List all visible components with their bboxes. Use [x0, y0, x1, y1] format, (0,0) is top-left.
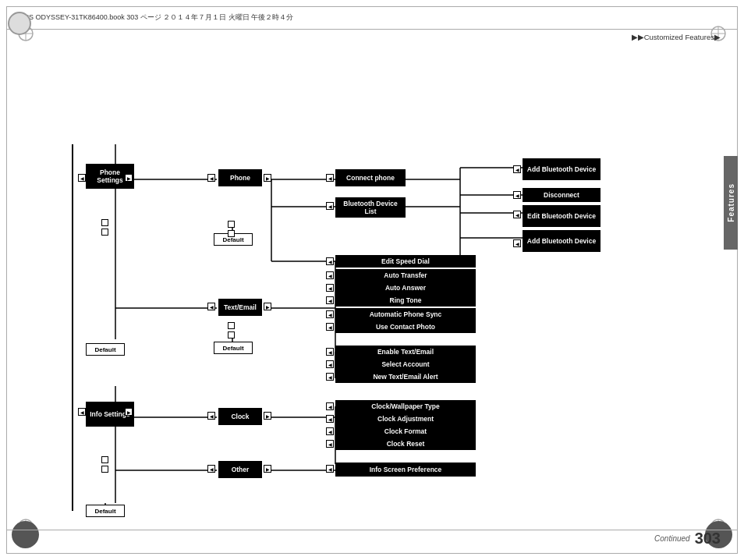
clock-adjustment-node: Clock Adjustment — [335, 413, 476, 425]
other-node: Other — [218, 461, 262, 478]
clock-wallpaper-type-node: Clock/Wallpaper Type — [335, 400, 476, 413]
conn-addbt2-l: ◀ — [513, 239, 521, 247]
conn-aps-l: ◀ — [326, 310, 334, 318]
conn-ete-l: ◀ — [326, 348, 334, 356]
diagram: Phone Settings Default Info Settings Def… — [23, 43, 721, 525]
enable-text-email-node: Enable Text/Email — [335, 346, 476, 358]
header-line: 15 US ODYSSEY-31TK86400.book 303 ページ ２０１… — [6, 6, 738, 30]
new-text-email-alert-node: New Text/Email Alert — [335, 370, 476, 383]
sq3 — [228, 221, 235, 228]
conn-clock-r: ▶ — [264, 412, 271, 420]
conn-clock-l: ◀ — [207, 412, 215, 420]
conn-connect-l: ◀ — [326, 174, 334, 182]
conn-phone-r: ▶ — [264, 174, 271, 182]
edit-speed-dial-node: Edit Speed Dial — [335, 255, 476, 268]
use-contact-photo-node: Use Contact Photo — [335, 321, 476, 333]
auto-answer-node: Auto Answer — [335, 282, 476, 294]
conn-editbt-l: ◀ — [513, 211, 521, 218]
page-number: 303 — [695, 530, 721, 548]
clock-format-node: Clock Format — [335, 425, 476, 438]
sq5 — [228, 322, 235, 329]
conn-isp-l: ◀ — [326, 465, 334, 473]
add-bluetooth-device-2-node: Add Bluetooth Device — [523, 230, 601, 252]
conn-btlist-l: ◀ — [326, 202, 334, 210]
conn-phone-settings-l: ◀ — [78, 174, 86, 182]
ring-tone-node: Ring Tone — [335, 294, 476, 307]
conn-other-l: ◀ — [207, 465, 215, 473]
conn-info-l: ◀ — [78, 408, 86, 416]
conn-addbt1-l: ◀ — [513, 165, 521, 173]
circle-tl-outer — [8, 12, 31, 35]
conn-ucp-l: ◀ — [326, 323, 334, 331]
conn-cr-l: ◀ — [326, 440, 334, 448]
clock-reset-node: Clock Reset — [335, 438, 476, 450]
conn-txtemail-l: ◀ — [207, 303, 215, 310]
features-tab: Features — [724, 156, 738, 250]
text-email-node: Text/Email — [218, 299, 262, 316]
sq6 — [228, 331, 235, 338]
edit-bluetooth-device-node: Edit Bluetooth Device — [523, 205, 601, 227]
conn-rt-l: ◀ — [326, 296, 334, 304]
conn-aa-l: ◀ — [326, 284, 334, 292]
connect-phone-node: Connect phone — [335, 169, 406, 186]
phone-settings-default: Default — [86, 343, 125, 356]
circle-bl — [12, 521, 39, 548]
select-account-node: Select Account — [335, 358, 476, 370]
sq7 — [101, 456, 108, 463]
info-screen-preference-node: Info Screen Preference — [335, 463, 476, 477]
sq2 — [101, 229, 108, 236]
main-spine — [72, 144, 73, 511]
page-number-area: Continued 303 — [654, 530, 721, 548]
conn-other-r: ▶ — [264, 465, 271, 473]
bottom-rule — [6, 530, 738, 530]
breadcrumb: ▶▶Customized Features▶ — [632, 33, 721, 41]
auto-transfer-node: Auto Transfer — [335, 269, 476, 282]
automatic-phone-sync-node: Automatic Phone Sync — [335, 308, 476, 321]
conn-phone-settings-r: ▶ — [125, 174, 133, 182]
conn-ntea-l: ◀ — [326, 373, 334, 381]
info-settings-default: Default — [86, 505, 125, 517]
text-email-default: Default — [214, 342, 253, 354]
add-bluetooth-device-1-node: Add Bluetooth Device — [523, 158, 601, 180]
conn-phone-l: ◀ — [207, 174, 215, 182]
sq4 — [228, 230, 235, 237]
phone-node: Phone — [218, 169, 262, 186]
conn-cf-l: ◀ — [326, 427, 334, 435]
sq1 — [101, 219, 108, 226]
conn-txtemail-r: ▶ — [264, 303, 271, 310]
conn-info-r: ▶ — [125, 408, 133, 416]
sq8 — [101, 466, 108, 473]
conn-cwt-l: ◀ — [326, 402, 334, 410]
conn-sa-l: ◀ — [326, 360, 334, 368]
conn-ca-l: ◀ — [326, 415, 334, 423]
continued-text: Continued — [654, 534, 690, 543]
bluetooth-device-list-node: Bluetooth Device List — [335, 197, 406, 218]
conn-espd-l: ◀ — [326, 257, 334, 265]
conn-at-l: ◀ — [326, 271, 334, 279]
clock-node: Clock — [218, 408, 262, 425]
disconnect-node: Disconnect — [523, 188, 601, 202]
header-text: 15 US ODYSSEY-31TK86400.book 303 ページ ２０１… — [14, 12, 293, 23]
conn-disc-l: ◀ — [513, 191, 521, 199]
